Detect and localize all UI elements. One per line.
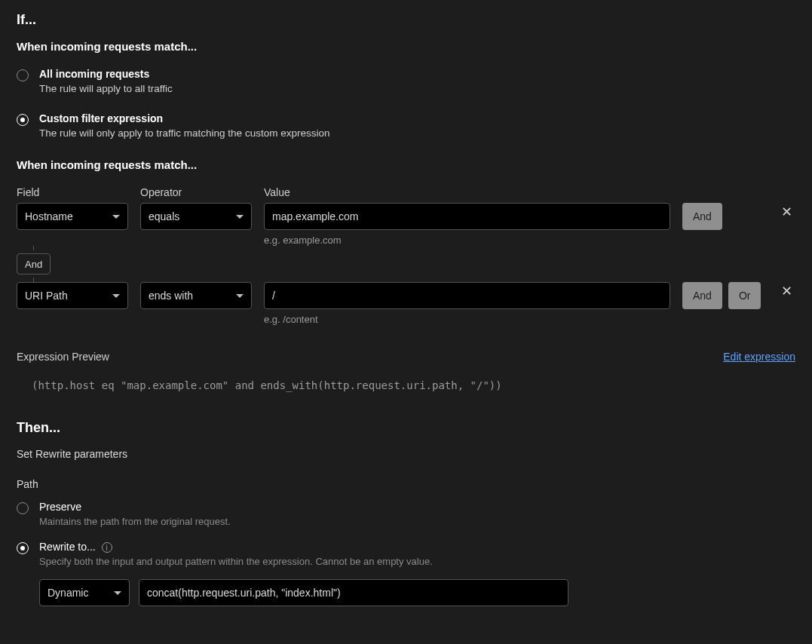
radio-icon[interactable] bbox=[17, 114, 29, 126]
value-text: / bbox=[272, 290, 275, 302]
rewrite-type-value: Dynamic bbox=[47, 587, 88, 599]
then-subtitle: Set Rewrite parameters bbox=[17, 448, 795, 460]
chevron-down-icon bbox=[112, 215, 120, 219]
chevron-down-icon bbox=[236, 215, 244, 219]
rewrite-value-input[interactable]: concat(http.request.uri.path, "index.htm… bbox=[139, 579, 568, 606]
and-button[interactable]: And bbox=[682, 282, 722, 309]
builder-row: URI Path ends with / e.g. /content And O… bbox=[17, 282, 795, 325]
chevron-down-icon bbox=[236, 294, 244, 298]
remove-row-button[interactable]: ✕ bbox=[777, 282, 795, 300]
radio-all-desc: The rule will apply to all traffic bbox=[39, 83, 173, 94]
field-select[interactable]: Hostname bbox=[17, 203, 128, 230]
operator-select-value: ends with bbox=[149, 290, 193, 302]
header-value: Value bbox=[264, 186, 670, 198]
close-icon: ✕ bbox=[781, 205, 792, 219]
radio-custom-title: Custom filter expression bbox=[39, 112, 329, 124]
logic-chip-and[interactable]: And bbox=[17, 253, 51, 274]
radio-custom-expression[interactable]: Custom filter expression The rule will o… bbox=[17, 112, 795, 139]
value-input[interactable]: map.example.com bbox=[264, 203, 670, 230]
expression-preview-code: (http.host eq "map.example.com" and ends… bbox=[17, 373, 795, 397]
field-select[interactable]: URI Path bbox=[17, 282, 128, 309]
rewrite-type-select[interactable]: Dynamic bbox=[39, 579, 130, 606]
edit-expression-link[interactable]: Edit expression bbox=[723, 351, 795, 363]
radio-rewrite-to[interactable]: Rewrite to... i Specify both the input a… bbox=[17, 541, 795, 567]
if-heading: If... bbox=[17, 12, 795, 28]
radio-icon[interactable] bbox=[17, 502, 29, 514]
radio-preserve-desc: Maintains the path from the original req… bbox=[39, 516, 231, 527]
builder-heading: When incoming requests match... bbox=[17, 158, 795, 171]
path-label: Path bbox=[17, 478, 795, 490]
builder-column-headers: Field Operator Value bbox=[17, 186, 795, 198]
chevron-down-icon bbox=[114, 591, 121, 595]
rewrite-value-text: concat(http.request.uri.path, "index.htm… bbox=[147, 587, 341, 599]
radio-preserve[interactable]: Preserve Maintains the path from the ori… bbox=[17, 501, 795, 527]
header-field: Field bbox=[17, 186, 128, 198]
or-button[interactable]: Or bbox=[728, 282, 761, 309]
match-subheading: When incoming requests match... bbox=[17, 40, 795, 53]
then-heading: Then... bbox=[17, 420, 795, 436]
expression-preview-title: Expression Preview bbox=[17, 351, 109, 363]
radio-rewrite-title: Rewrite to... bbox=[39, 541, 96, 553]
value-hint: e.g. example.com bbox=[264, 235, 670, 246]
close-icon: ✕ bbox=[781, 284, 792, 298]
radio-all-incoming[interactable]: All incoming requests The rule will appl… bbox=[17, 68, 795, 94]
header-operator: Operator bbox=[140, 186, 252, 198]
operator-select-value: equals bbox=[149, 210, 179, 222]
operator-select[interactable]: ends with bbox=[140, 282, 252, 309]
chevron-down-icon bbox=[112, 294, 120, 298]
field-select-value: URI Path bbox=[25, 290, 68, 302]
radio-icon[interactable] bbox=[17, 542, 29, 554]
operator-select[interactable]: equals bbox=[140, 203, 252, 230]
value-hint: e.g. /content bbox=[264, 314, 670, 325]
radio-preserve-title: Preserve bbox=[39, 501, 231, 513]
radio-rewrite-desc: Specify both the input and output patter… bbox=[39, 556, 433, 567]
radio-custom-desc: The rule will only apply to traffic matc… bbox=[39, 127, 329, 139]
remove-row-button[interactable]: ✕ bbox=[777, 203, 795, 221]
info-icon[interactable]: i bbox=[102, 542, 112, 553]
field-select-value: Hostname bbox=[25, 210, 73, 222]
value-text: map.example.com bbox=[272, 210, 358, 222]
builder-row: Hostname equals map.example.com e.g. exa… bbox=[17, 203, 795, 246]
radio-icon[interactable] bbox=[17, 69, 29, 81]
and-button[interactable]: And bbox=[682, 203, 722, 230]
value-input[interactable]: / bbox=[264, 282, 670, 309]
radio-all-title: All incoming requests bbox=[39, 68, 173, 80]
